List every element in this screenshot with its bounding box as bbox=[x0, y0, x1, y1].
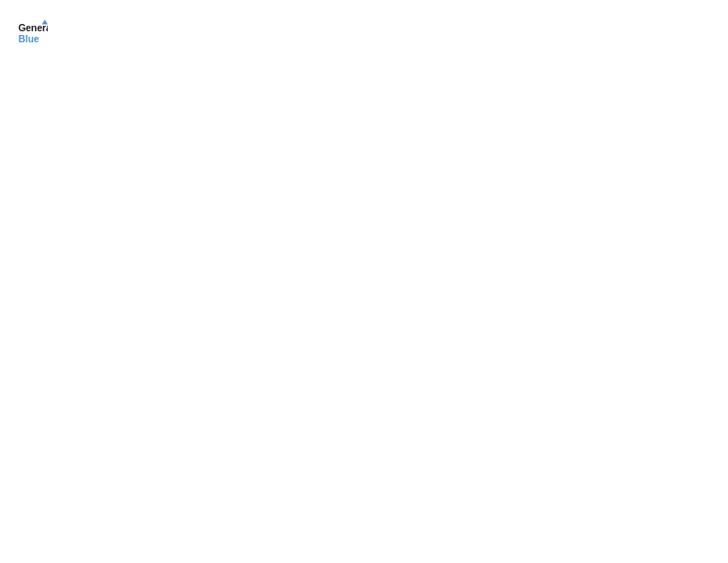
svg-marker-2 bbox=[42, 20, 48, 25]
logo-icon: General Blue bbox=[18, 18, 48, 48]
svg-text:Blue: Blue bbox=[18, 34, 40, 44]
svg-text:General: General bbox=[18, 23, 48, 33]
logo: General Blue bbox=[18, 18, 48, 48]
page-header: General Blue bbox=[18, 18, 710, 48]
